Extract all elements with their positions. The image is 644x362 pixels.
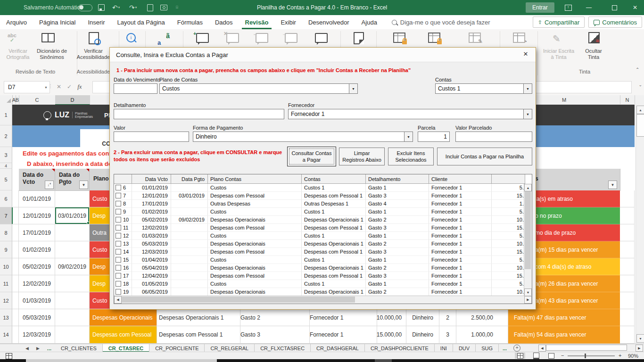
row-header-8[interactable]: 8 xyxy=(0,224,12,241)
row-header-14[interactable]: 14 xyxy=(0,326,12,344)
undo-button[interactable]: ↶▾ xyxy=(112,0,120,15)
row-checkbox[interactable] xyxy=(116,185,121,190)
new-sheet-button[interactable]: + xyxy=(513,345,520,352)
sign-in-button[interactable]: Entrar xyxy=(526,0,554,15)
select-all-corner[interactable] xyxy=(0,95,13,104)
dialog-table-hscrollbar[interactable]: ◀ ▶ xyxy=(114,296,532,304)
normal-view-button[interactable] xyxy=(515,353,525,359)
row-header-7[interactable]: 7 xyxy=(0,207,13,224)
collapse-ribbon-button[interactable]: ⌃ xyxy=(636,67,639,72)
row-checkbox[interactable] xyxy=(116,193,121,198)
notes-button[interactable] xyxy=(354,32,364,44)
share-button[interactable]: ⇧ Compartilhar xyxy=(533,16,585,28)
row-header-13[interactable]: 13 xyxy=(0,309,12,326)
sheet-tab-CR_RELGERAL[interactable]: CR_RELGERAL xyxy=(205,344,255,352)
scroll-left-icon[interactable]: ◀ xyxy=(538,345,546,352)
scroll-left-icon[interactable]: ◀ xyxy=(114,296,122,304)
start-inking-button[interactable]: Iniciar Escritaà Tinta xyxy=(538,48,579,60)
sheet-tab-CR_DASHPORCLIENTE[interactable]: CR_DASHPORCLIENTE xyxy=(365,344,435,352)
filter-button[interactable]: ▼ xyxy=(79,181,88,189)
scroll-down-icon[interactable]: ▼ xyxy=(524,288,532,296)
row-checkbox[interactable] xyxy=(116,217,121,222)
tab-scroll-right-icon[interactable]: ▶ xyxy=(33,344,43,352)
previous-comment-button[interactable]: ← xyxy=(256,33,268,43)
tab-ellipsis-right[interactable]: ... xyxy=(499,344,511,352)
row-checkbox[interactable] xyxy=(116,257,121,263)
tab-scroll-left-icon[interactable]: ◀ xyxy=(22,344,33,352)
row-header-4[interactable]: 4 xyxy=(0,163,12,169)
sheet-tab-CR_CTASREC[interactable]: CR_CTASREC xyxy=(103,344,149,352)
restore-button[interactable] xyxy=(606,0,622,15)
row-checkbox[interactable] xyxy=(116,273,121,279)
expand-formula-bar-icon[interactable]: ⌄ xyxy=(638,82,642,87)
scroll-up-icon[interactable]: ▲ xyxy=(636,106,644,114)
thesaurus-button[interactable]: Dicionário deSinônimos xyxy=(28,48,75,60)
scrollbar-thumb[interactable] xyxy=(122,296,355,303)
menu-tab-ajuda[interactable]: Ajuda xyxy=(355,15,383,29)
forma-pagamento-combobox[interactable]: Dinheiro ▼ xyxy=(193,132,413,142)
row-checkbox[interactable] xyxy=(116,281,121,287)
column-header-C[interactable]: C xyxy=(19,95,56,104)
menu-tab-desenvolvedor[interactable]: Desenvolvedor xyxy=(302,15,355,29)
consultar-button[interactable]: Consultar Contas a Pagar xyxy=(287,147,336,166)
excluir-button[interactable]: Excluir Itens Selecionados xyxy=(388,148,434,165)
insert-function-icon[interactable]: fx xyxy=(77,83,82,90)
contas-combobox[interactable]: Custos 1 ▼ xyxy=(435,83,532,94)
filter-button[interactable]: ▼ xyxy=(608,181,617,189)
scroll-down-icon[interactable]: ▼ xyxy=(636,334,644,343)
menu-tab-exibir[interactable]: Exibir xyxy=(274,15,302,29)
dialog-table-vscrollbar[interactable]: ▲ ▼ xyxy=(524,184,532,296)
valor-parcelado-input[interactable] xyxy=(455,132,532,142)
minimize-button[interactable]: — xyxy=(581,0,597,15)
chevron-down-icon[interactable]: ▼ xyxy=(523,109,532,119)
dialog-close-icon[interactable]: ✕ xyxy=(520,50,531,59)
sheet-tab-CR_DASHGERAL[interactable]: CR_DASHGERAL xyxy=(311,344,365,352)
row-header-10[interactable]: 10 xyxy=(0,258,12,275)
redo-button[interactable]: ↷▾ xyxy=(129,0,137,15)
menu-tab-inserir[interactable]: Inserir xyxy=(82,15,111,29)
row-checkbox[interactable] xyxy=(116,249,121,255)
row-checkbox[interactable] xyxy=(116,265,121,271)
protect-sheet-button[interactable] xyxy=(393,33,405,43)
zoom-slider-thumb[interactable] xyxy=(585,354,586,358)
close-button[interactable]: ✕ xyxy=(627,0,643,15)
zoom-level[interactable]: 90% xyxy=(628,353,638,359)
sheet-tab-DUV[interactable]: DUV xyxy=(453,344,476,352)
menu-tab-layout-da-página[interactable]: Layout da Página xyxy=(111,15,171,29)
menu-tab-fórmulas[interactable]: Fórmulas xyxy=(171,15,209,29)
row-checkbox[interactable] xyxy=(116,225,121,230)
confirm-entry-icon[interactable]: ✓ xyxy=(67,83,72,90)
print-preview-button[interactable] xyxy=(147,0,153,15)
show-comments-button[interactable] xyxy=(315,33,328,43)
sort-filter-button[interactable]: ↓ꜜ xyxy=(45,181,54,189)
camera-button[interactable] xyxy=(160,0,167,15)
row-header-6[interactable]: 6 xyxy=(0,190,12,207)
chevron-down-icon[interactable]: ▼ xyxy=(349,84,357,93)
incluir-button[interactable]: Incluir Contas a Pagar na Planilha xyxy=(437,148,532,165)
scrollbar-thumb[interactable] xyxy=(525,191,531,269)
comments-button[interactable]: Comentários xyxy=(588,16,642,28)
zoom-slider[interactable] xyxy=(568,355,615,356)
row-header-1[interactable]: 1 xyxy=(0,105,12,125)
sheet-vertical-scrollbar[interactable]: ▲ ▼ xyxy=(636,105,644,344)
share-workbook-button[interactable]: ◔ xyxy=(513,33,525,43)
row-header-12[interactable]: 12 xyxy=(0,292,12,309)
page-break-view-button[interactable] xyxy=(546,353,556,359)
column-header-N[interactable]: N xyxy=(620,95,635,104)
sheet-tab-SUG[interactable]: SUG xyxy=(476,344,499,352)
save-button[interactable] xyxy=(98,0,105,15)
row-header-9[interactable]: 9 xyxy=(0,241,12,258)
row-header-2[interactable]: 2 xyxy=(0,125,12,147)
next-comment-button[interactable]: → xyxy=(285,33,297,43)
sheet-horizontal-scrollbar[interactable]: ◀ ▶ xyxy=(538,345,643,351)
row-checkbox[interactable] xyxy=(116,289,121,295)
zoom-out-button[interactable]: − xyxy=(561,353,564,358)
menu-tab-dados[interactable]: Dados xyxy=(209,15,239,29)
translate-button[interactable]: ãa xyxy=(157,34,170,45)
page-layout-view-button[interactable] xyxy=(531,353,541,359)
column-header-D[interactable]: D xyxy=(55,95,90,105)
scroll-right-icon[interactable]: ▶ xyxy=(524,296,532,304)
smart-lookup-button[interactable]: i xyxy=(126,33,136,42)
sheet-tab-INI[interactable]: INI xyxy=(435,344,453,352)
delete-comment-button[interactable]: ✕ xyxy=(226,33,239,43)
